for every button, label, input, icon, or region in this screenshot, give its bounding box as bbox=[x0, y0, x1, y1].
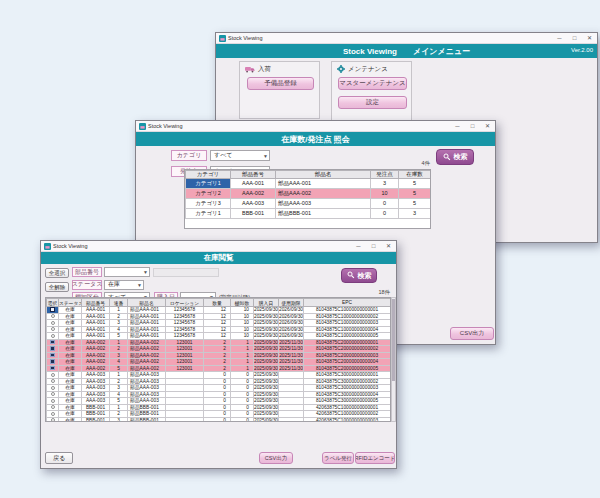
row-checkbox[interactable] bbox=[51, 379, 55, 383]
row-select-cell[interactable] bbox=[47, 417, 59, 422]
row-checkbox[interactable] bbox=[51, 386, 55, 390]
cell: 2026/09/30 bbox=[279, 313, 304, 320]
titlebar[interactable]: Stock Viewing ─ □ ✕ bbox=[216, 33, 597, 44]
row-checkbox[interactable] bbox=[50, 340, 55, 345]
cell: 2025/09/30 bbox=[254, 372, 279, 379]
row-checkbox[interactable] bbox=[51, 412, 55, 416]
column-header[interactable]: 棚卸数 bbox=[231, 299, 254, 307]
column-header[interactable]: ステータス bbox=[59, 299, 82, 307]
close-icon[interactable]: ✕ bbox=[481, 121, 494, 131]
csv-export-button[interactable]: CSV出力 bbox=[450, 327, 494, 340]
result-count: 4件 bbox=[184, 160, 430, 167]
cell: 0 bbox=[371, 209, 399, 219]
row-checkbox[interactable] bbox=[51, 392, 55, 396]
search-button[interactable]: 検索 bbox=[436, 149, 474, 165]
inquiry-table: カテゴリ部品番号部品名発注点在庫数カテゴリ1AAA-001部品AAA-00135… bbox=[185, 170, 431, 219]
row-checkbox[interactable] bbox=[51, 327, 55, 331]
cell: 81043875C30000000000001 bbox=[304, 372, 391, 379]
spare-item-register-button[interactable]: 予備品登録 bbox=[247, 77, 314, 90]
column-header[interactable]: 部品番号 bbox=[82, 299, 110, 307]
row-checkbox[interactable] bbox=[50, 307, 55, 312]
row-checkbox[interactable] bbox=[51, 314, 55, 318]
chevron-down-icon: ▼ bbox=[137, 282, 142, 288]
scrollbar-thumb[interactable] bbox=[392, 299, 395, 381]
row-checkbox[interactable] bbox=[51, 399, 55, 403]
column-header[interactable]: 数量 bbox=[204, 299, 231, 307]
cell: 2025/09/30 bbox=[254, 411, 279, 418]
cell: 2025/09/30 bbox=[254, 365, 279, 372]
status-select[interactable]: 在庫 ▼ bbox=[104, 280, 144, 290]
titlebar[interactable]: Stock Viewing ─ □ ✕ bbox=[136, 121, 495, 132]
cell: 3 bbox=[371, 179, 399, 189]
table-row[interactable]: カテゴリ1AAA-001部品AAA-00135 bbox=[186, 179, 431, 189]
cell: 2025/09/30 bbox=[254, 417, 279, 422]
column-header[interactable]: 発注点 bbox=[371, 171, 399, 179]
cell: 2025/09/30 bbox=[254, 391, 279, 398]
cell: 2025/09/30 bbox=[254, 333, 279, 340]
cell: 81043875C20000000000004 bbox=[304, 359, 391, 366]
maximize-icon[interactable]: □ bbox=[466, 121, 479, 131]
table-row[interactable]: カテゴリ3AAA-003部品AAA-00305 bbox=[186, 199, 431, 209]
cell: 部品BBB-001 bbox=[128, 417, 166, 422]
cell: 2025/11/30 bbox=[279, 365, 304, 372]
column-header[interactable]: EPC bbox=[304, 299, 391, 307]
minimize-icon[interactable]: ─ bbox=[553, 33, 566, 43]
column-header[interactable]: 部品名 bbox=[128, 299, 166, 307]
cell: BBB-001 bbox=[231, 209, 276, 219]
label-issue-button[interactable]: ラベル発行 bbox=[322, 452, 354, 464]
app-header: 在庫数/発注点 照会 bbox=[136, 132, 495, 146]
master-maintenance-button[interactable]: マスターメンテナンス bbox=[338, 77, 407, 90]
cell: 2025/11/30 bbox=[279, 352, 304, 359]
select-all-button[interactable]: 全選択 bbox=[45, 268, 69, 278]
cell: 2025/11/30 bbox=[279, 346, 304, 353]
settings-button[interactable]: 設定 bbox=[338, 96, 407, 109]
row-checkbox[interactable] bbox=[51, 373, 55, 377]
cell: 3 bbox=[110, 417, 128, 422]
column-header[interactable]: ロケーション bbox=[166, 299, 204, 307]
minimize-icon[interactable]: ─ bbox=[451, 121, 464, 131]
table-row[interactable]: 在庫BBB-0013部品BBB-001002025/09/3042063875C… bbox=[47, 417, 391, 422]
column-header[interactable]: カテゴリ bbox=[186, 171, 231, 179]
close-icon[interactable]: ✕ bbox=[583, 33, 596, 43]
cell: カテゴリ3 bbox=[186, 199, 231, 209]
column-header[interactable]: 部品番号 bbox=[231, 171, 276, 179]
close-icon[interactable]: ✕ bbox=[382, 241, 395, 251]
titlebar[interactable]: Stock Viewing ─ □ ✕ bbox=[41, 241, 396, 252]
row-checkbox[interactable] bbox=[50, 346, 55, 351]
column-header[interactable]: 選択 bbox=[47, 299, 59, 307]
row-checkbox[interactable] bbox=[51, 334, 55, 338]
column-header[interactable]: 部品名 bbox=[276, 171, 371, 179]
row-checkbox[interactable] bbox=[50, 353, 55, 358]
row-checkbox[interactable] bbox=[51, 418, 55, 422]
cell: AAA-003 bbox=[231, 199, 276, 209]
window-title: Stock Viewing bbox=[228, 35, 551, 41]
maximize-icon[interactable]: □ bbox=[367, 241, 380, 251]
column-header[interactable]: 使用期限 bbox=[279, 299, 304, 307]
cell: 2026/09/30 bbox=[279, 326, 304, 333]
table-row[interactable]: カテゴリ2AAA-002部品AAA-002105 bbox=[186, 189, 431, 199]
cell: BBB-001 bbox=[82, 417, 110, 422]
cell: 在庫 bbox=[59, 417, 82, 422]
search-button[interactable]: 検索 bbox=[341, 268, 377, 283]
status-filter-label: ステータス bbox=[72, 280, 102, 290]
rfid-encode-button[interactable]: RFIDエンコード bbox=[355, 452, 395, 464]
row-checkbox[interactable] bbox=[51, 405, 55, 409]
cell: 81043875C10000000000003 bbox=[304, 320, 391, 327]
column-header[interactable]: 連番 bbox=[110, 299, 128, 307]
csv-export-button[interactable]: CSV出力 bbox=[259, 452, 293, 464]
browse-table: 選択ステータス部品番号連番部品名ロケーション数量棚卸数購入日使用期限EPC在庫A… bbox=[46, 298, 391, 422]
cell: 2025/09/30 bbox=[254, 385, 279, 392]
page-title: 在庫数/発注点 照会 bbox=[281, 134, 349, 145]
column-header[interactable]: 購入日 bbox=[254, 299, 279, 307]
minimize-icon[interactable]: ─ bbox=[352, 241, 365, 251]
table-row[interactable]: カテゴリ1BBB-001部品BBB-00103 bbox=[186, 209, 431, 219]
row-checkbox[interactable] bbox=[50, 359, 55, 364]
row-checkbox[interactable] bbox=[50, 366, 55, 371]
maximize-icon[interactable]: □ bbox=[568, 33, 581, 43]
column-header[interactable]: 在庫数 bbox=[399, 171, 431, 179]
row-checkbox[interactable] bbox=[51, 321, 55, 325]
table-scrollbar[interactable] bbox=[391, 297, 396, 422]
chevron-down-icon: ▼ bbox=[143, 269, 148, 275]
part-number-select[interactable]: ▼ bbox=[104, 267, 150, 277]
back-button[interactable]: 戻る bbox=[45, 452, 73, 464]
